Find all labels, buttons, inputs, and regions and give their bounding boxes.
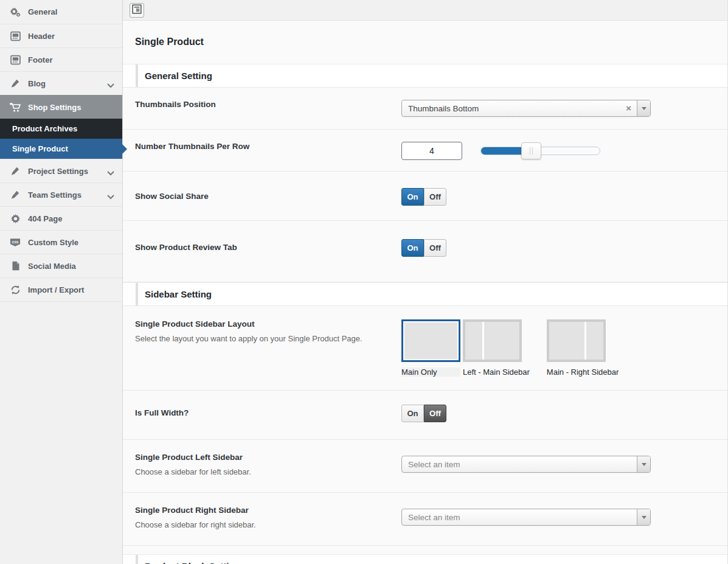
layout-panel-toggle-button[interactable] <box>130 3 144 18</box>
field-label: Thumbnails Position <box>135 100 389 109</box>
sidebar-item-social-media[interactable]: Social Media <box>0 254 122 277</box>
section-gap <box>123 546 727 554</box>
right-sidebar-select[interactable]: Select an item <box>401 509 651 526</box>
layout-option-label: Main Only <box>401 367 460 377</box>
layout-option-main-right-sidebar[interactable]: Main - Right Sidebar <box>547 319 619 377</box>
toggle-off-button[interactable]: Off <box>424 239 446 257</box>
field-sidebar-layout: Single Product Sidebar Layout Select the… <box>123 306 727 391</box>
page-icon <box>10 260 21 271</box>
toggle-on-button[interactable]: On <box>401 405 424 422</box>
full-width-toggle: On Off <box>401 405 446 422</box>
slider-grip-icon <box>530 147 533 155</box>
toggle-on-button[interactable]: On <box>401 188 424 206</box>
select-placeholder: Select an item <box>402 513 637 522</box>
sidebar-item-label: Blog <box>28 79 46 88</box>
sidebar-item-custom-style[interactable]: css Custom Style <box>0 230 122 254</box>
sidebar-item-label: Footer <box>28 55 52 64</box>
section-title: General Setting <box>136 64 727 87</box>
field-show-social-share: Show Social Share On Off <box>123 172 727 221</box>
sidebar-item-label: Social Media <box>28 262 76 271</box>
select-arrow-button[interactable] <box>637 100 650 116</box>
sidebar-item-single-product[interactable]: Single Product <box>0 139 122 159</box>
sidebar-item-404-page[interactable]: 404 Page <box>0 206 122 230</box>
chevron-down-icon <box>107 80 114 91</box>
field-description: Select the layout you want to apply on y… <box>135 334 389 343</box>
page-title: Single Product <box>123 21 727 64</box>
layout-option-left-main-sidebar[interactable]: Left - Main Sidebar <box>463 319 530 377</box>
field-is-full-width: Is Full Width? On Off <box>123 391 727 440</box>
svg-text:css: css <box>12 240 18 244</box>
sidebar-item-general[interactable]: General <box>0 0 122 24</box>
sidebar-item-import-export[interactable]: Import / Export <box>0 277 122 301</box>
pencil-icon <box>10 78 21 89</box>
toggle-off-button[interactable]: Off <box>424 405 446 422</box>
select-arrow-button[interactable] <box>637 509 650 525</box>
select-value: Thumbnails Bottom <box>402 104 620 113</box>
field-label: Single Product Left Sidebar <box>135 453 389 462</box>
section-title: Sidebar Setting <box>136 283 727 305</box>
field-label: Show Social Share <box>135 192 389 201</box>
field-label: Is Full Width? <box>135 408 389 417</box>
footer-layout-icon <box>10 54 21 65</box>
sidebar-item-blog[interactable]: Blog <box>0 71 122 95</box>
layout-option-label: Left - Main Sidebar <box>463 367 530 377</box>
chevron-down-icon <box>107 167 114 178</box>
field-thumbnails-per-row: Number Thumbnails Per Row <box>123 130 727 172</box>
main-panel: Single Product General Setting Thumbnail… <box>123 0 728 564</box>
toggle-off-button[interactable]: Off <box>424 188 446 206</box>
left-sidebar-select[interactable]: Select an item <box>401 456 651 473</box>
select-arrow-button[interactable] <box>637 456 650 472</box>
chevron-down-icon <box>642 463 647 466</box>
field-right-sidebar: Single Product Right Sidebar Choose a si… <box>123 493 727 546</box>
layout-option-main-only[interactable]: Main Only <box>401 319 460 377</box>
cart-icon <box>10 102 21 113</box>
layout-panel-icon <box>132 4 142 16</box>
sidebar-filler <box>0 301 122 564</box>
css-badge-icon: css <box>10 237 21 248</box>
gear-icon <box>10 213 21 224</box>
clear-selection-icon[interactable]: × <box>620 100 637 116</box>
sidebar-item-team-settings[interactable]: Team Settings <box>0 183 122 206</box>
settings-sidebar: General Header Footer Blog <box>0 0 123 564</box>
sidebar-item-shop-settings[interactable]: Shop Settings <box>0 95 122 119</box>
field-thumbnails-position: Thumbnails Position Thumbnails Bottom × <box>123 88 727 130</box>
options-topbar <box>123 0 727 21</box>
toggle-on-button[interactable]: On <box>401 239 424 257</box>
field-left-sidebar: Single Product Left Sidebar Choose a sid… <box>123 440 727 493</box>
field-label: Number Thumbnails Per Row <box>135 142 389 151</box>
field-show-product-review-tab: Show Product Review Tab On Off <box>123 221 727 282</box>
sidebar-item-label: Custom Style <box>28 238 78 247</box>
thumbnails-per-row-slider[interactable] <box>480 147 600 155</box>
sidebar-item-product-archives[interactable]: Product Archives <box>0 119 122 139</box>
header-layout-icon <box>10 30 21 41</box>
sidebar-item-label: 404 Page <box>28 214 62 223</box>
sidebar-item-project-settings[interactable]: Project Settings <box>0 159 122 183</box>
field-label: Show Product Review Tab <box>135 243 389 252</box>
sync-icon <box>10 284 21 295</box>
chevron-down-icon <box>642 516 647 519</box>
pencil-icon <box>10 189 21 200</box>
thumbnails-position-select[interactable]: Thumbnails Bottom × <box>401 100 651 117</box>
field-label: Single Product Right Sidebar <box>135 506 389 515</box>
field-description: Choose a sidebar for left sidebar. <box>135 467 389 476</box>
sidebar-item-label: Import / Export <box>28 285 84 294</box>
sidebar-item-header[interactable]: Header <box>0 24 122 47</box>
layout-thumbnail-main-only <box>401 319 460 362</box>
layout-option-label: Main - Right Sidebar <box>547 367 619 377</box>
sidebar-item-label: Project Settings <box>28 167 88 176</box>
select-placeholder: Select an item <box>402 460 637 469</box>
layout-options: Main Only Left - Main Sidebar <box>401 319 727 377</box>
layout-thumbnail-left-main <box>463 319 522 362</box>
settings-content: Single Product General Setting Thumbnail… <box>123 21 727 564</box>
sidebar-item-label: Single Product <box>12 144 68 153</box>
sidebar-item-label: Product Archives <box>12 124 77 133</box>
sidebar-item-label: General <box>28 7 57 16</box>
review-tab-toggle: On Off <box>401 239 446 257</box>
section-product-block-setting: Product Block Setting <box>123 554 727 564</box>
thumbnails-per-row-input[interactable] <box>401 142 462 160</box>
slider-handle[interactable] <box>521 142 541 159</box>
sidebar-item-label: Header <box>28 32 55 41</box>
sidebar-item-label: Shop Settings <box>28 103 81 112</box>
sidebar-item-footer[interactable]: Footer <box>0 47 122 71</box>
gears-icon <box>10 7 21 18</box>
